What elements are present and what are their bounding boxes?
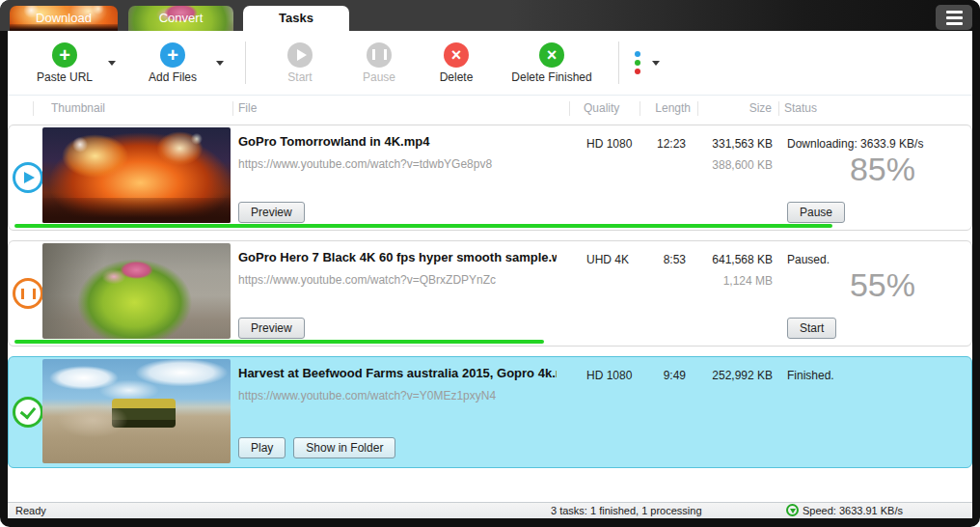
total-size-cell: 388,600 KB — [695, 158, 773, 172]
video-title: Harvest at Beefwood Farms australia 2015… — [238, 366, 557, 380]
menu-button[interactable] — [936, 5, 972, 30]
start-button[interactable]: Start — [275, 42, 325, 84]
progress-percent: 85% — [850, 151, 915, 188]
pause-button[interactable]: Pause — [354, 42, 404, 84]
header-size: Size — [694, 101, 772, 115]
more-options-icon[interactable] — [635, 51, 640, 74]
preview-button[interactable]: Preview — [238, 202, 305, 223]
toolbar: + Paste URL + Add Files Start Pause × De… — [8, 31, 972, 95]
video-thumbnail — [42, 359, 231, 463]
progress-bar — [14, 224, 832, 228]
tab-bar: Download Convert Tasks — [0, 0, 980, 31]
video-thumbnail — [42, 243, 231, 339]
status-cell: Downloading: 3633.9 KB/s — [787, 137, 923, 151]
status-bar: Ready 3 tasks: 1 finished, 1 processing … — [8, 502, 972, 518]
start-label: Start — [287, 70, 312, 84]
add-files-button[interactable]: + Add Files — [143, 42, 203, 84]
status-cell: Finished. — [787, 369, 834, 382]
video-url: https://www.youtube.com/watch?v=tdwbYGe8… — [238, 157, 492, 171]
video-title: GoPro Tomorrowland in 4K.mp4 — [238, 134, 557, 149]
video-title: GoPro Hero 7 Black 4K 60 fps hyper smoot… — [238, 250, 557, 264]
tab-download[interactable]: Download — [10, 6, 118, 31]
total-size-cell: 1,124 MB — [695, 274, 773, 288]
delete-finished-button[interactable]: × Delete Finished — [504, 42, 599, 84]
video-thumbnail — [42, 127, 231, 223]
header-file: File — [238, 101, 257, 115]
toolbar-separator — [618, 42, 619, 84]
delete-label: Delete — [440, 70, 474, 84]
table-header: Thumbnail File Quality Length Size Statu… — [8, 95, 972, 122]
size-cell: 331,563 KB — [695, 137, 773, 151]
paste-url-button[interactable]: + Paste URL — [35, 42, 95, 84]
size-cell: 252,992 KB — [695, 369, 773, 382]
header-thumbnail: Thumbnail — [51, 101, 105, 115]
pause-circle-icon — [367, 42, 392, 68]
x-circle-icon: × — [444, 42, 469, 68]
task-row-downloading[interactable]: GoPro Tomorrowland in 4K.mp4 https://www… — [8, 125, 972, 231]
task-list: GoPro Tomorrowland in 4K.mp4 https://www… — [8, 122, 972, 502]
size-cell: 641,568 KB — [695, 253, 773, 266]
delete-button[interactable]: × Delete — [431, 42, 481, 84]
tab-convert[interactable]: Convert — [128, 6, 233, 31]
pause-label: Pause — [363, 70, 395, 84]
length-cell: 8:53 — [626, 253, 686, 266]
preview-button[interactable]: Preview — [238, 318, 305, 339]
more-options-dropdown-icon[interactable] — [652, 61, 660, 66]
quality-cell: UHD 4K — [586, 253, 629, 266]
length-cell: 12:23 — [626, 137, 686, 151]
speed-text: Speed: 3633.91 KB/s — [803, 505, 903, 516]
header-quality: Quality — [584, 101, 619, 115]
status-cell: Paused. — [787, 253, 830, 266]
paste-url-dropdown-icon[interactable] — [108, 61, 116, 66]
paused-state-icon — [13, 278, 43, 309]
plus-circle-icon: + — [52, 42, 77, 68]
play-circle-icon — [287, 42, 313, 68]
playing-state-icon — [13, 162, 43, 193]
plus-circle-icon: + — [160, 42, 185, 68]
show-in-folder-button[interactable]: Show in Folder — [293, 437, 395, 458]
pause-task-button[interactable]: Pause — [787, 202, 845, 223]
delete-finished-label: Delete Finished — [511, 70, 591, 84]
app-window: Download Convert Tasks + Paste URL + Add… — [0, 0, 980, 527]
ready-status: Ready — [15, 505, 46, 516]
add-files-label: Add Files — [149, 70, 197, 84]
header-status: Status — [784, 101, 817, 115]
finished-check-icon — [13, 397, 43, 428]
progress-bar — [14, 340, 544, 344]
task-row-finished[interactable]: Harvest at Beefwood Farms australia 2015… — [8, 356, 972, 468]
content-area: + Paste URL + Add Files Start Pause × De… — [8, 31, 972, 518]
header-length: Length — [631, 101, 691, 115]
length-cell: 9:49 — [626, 369, 686, 382]
video-url: https://www.youtube.com/watch?v=QBrxZDPY… — [238, 273, 496, 287]
x-circle-icon: × — [539, 42, 564, 68]
add-files-dropdown-icon[interactable] — [216, 61, 224, 66]
progress-percent: 55% — [850, 266, 915, 304]
video-url: https://www.youtube.com/watch?v=Y0MEz1px… — [238, 389, 496, 402]
task-row-paused[interactable]: GoPro Hero 7 Black 4K 60 fps hyper smoot… — [8, 240, 972, 347]
download-speed-icon — [786, 504, 799, 516]
tasks-summary: 3 tasks: 1 finished, 1 processing — [551, 505, 702, 516]
toolbar-separator — [245, 42, 246, 84]
start-task-button[interactable]: Start — [787, 318, 836, 339]
paste-url-label: Paste URL — [37, 70, 93, 84]
tab-tasks[interactable]: Tasks — [243, 6, 349, 31]
play-button[interactable]: Play — [238, 437, 286, 458]
